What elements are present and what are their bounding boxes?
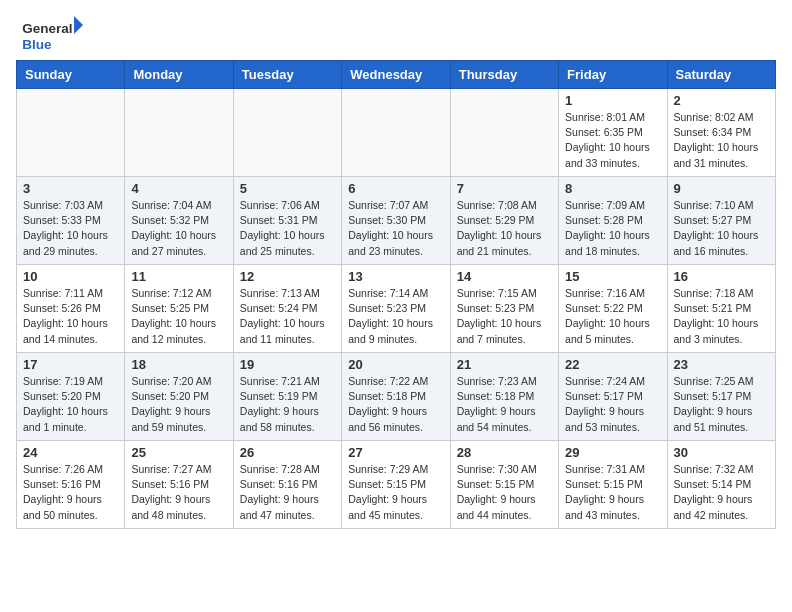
calendar-cell xyxy=(342,89,450,177)
day-info: Sunrise: 7:18 AM Sunset: 5:21 PM Dayligh… xyxy=(674,286,769,347)
calendar-cell: 30Sunrise: 7:32 AM Sunset: 5:14 PM Dayli… xyxy=(667,441,775,529)
day-info: Sunrise: 7:23 AM Sunset: 5:18 PM Dayligh… xyxy=(457,374,552,435)
day-info: Sunrise: 7:31 AM Sunset: 5:15 PM Dayligh… xyxy=(565,462,660,523)
day-info: Sunrise: 7:06 AM Sunset: 5:31 PM Dayligh… xyxy=(240,198,335,259)
day-number: 28 xyxy=(457,445,552,460)
calendar-cell: 6Sunrise: 7:07 AM Sunset: 5:30 PM Daylig… xyxy=(342,177,450,265)
calendar-cell: 16Sunrise: 7:18 AM Sunset: 5:21 PM Dayli… xyxy=(667,265,775,353)
calendar-week-1: 1Sunrise: 8:01 AM Sunset: 6:35 PM Daylig… xyxy=(17,89,776,177)
day-number: 12 xyxy=(240,269,335,284)
day-info: Sunrise: 8:02 AM Sunset: 6:34 PM Dayligh… xyxy=(674,110,769,171)
day-number: 22 xyxy=(565,357,660,372)
day-number: 10 xyxy=(23,269,118,284)
day-number: 18 xyxy=(131,357,226,372)
day-info: Sunrise: 7:29 AM Sunset: 5:15 PM Dayligh… xyxy=(348,462,443,523)
calendar-cell xyxy=(450,89,558,177)
day-number: 6 xyxy=(348,181,443,196)
calendar-cell: 29Sunrise: 7:31 AM Sunset: 5:15 PM Dayli… xyxy=(559,441,667,529)
day-info: Sunrise: 7:22 AM Sunset: 5:18 PM Dayligh… xyxy=(348,374,443,435)
svg-text:General: General xyxy=(22,21,72,36)
day-number: 7 xyxy=(457,181,552,196)
calendar-cell: 10Sunrise: 7:11 AM Sunset: 5:26 PM Dayli… xyxy=(17,265,125,353)
weekday-header-tuesday: Tuesday xyxy=(233,61,341,89)
calendar-cell: 3Sunrise: 7:03 AM Sunset: 5:33 PM Daylig… xyxy=(17,177,125,265)
calendar-cell: 7Sunrise: 7:08 AM Sunset: 5:29 PM Daylig… xyxy=(450,177,558,265)
day-number: 29 xyxy=(565,445,660,460)
day-number: 5 xyxy=(240,181,335,196)
calendar-week-2: 3Sunrise: 7:03 AM Sunset: 5:33 PM Daylig… xyxy=(17,177,776,265)
day-info: Sunrise: 7:08 AM Sunset: 5:29 PM Dayligh… xyxy=(457,198,552,259)
calendar-cell: 9Sunrise: 7:10 AM Sunset: 5:27 PM Daylig… xyxy=(667,177,775,265)
day-info: Sunrise: 7:27 AM Sunset: 5:16 PM Dayligh… xyxy=(131,462,226,523)
calendar-cell: 28Sunrise: 7:30 AM Sunset: 5:15 PM Dayli… xyxy=(450,441,558,529)
calendar-cell: 26Sunrise: 7:28 AM Sunset: 5:16 PM Dayli… xyxy=(233,441,341,529)
day-info: Sunrise: 7:24 AM Sunset: 5:17 PM Dayligh… xyxy=(565,374,660,435)
day-info: Sunrise: 7:15 AM Sunset: 5:23 PM Dayligh… xyxy=(457,286,552,347)
weekday-header-friday: Friday xyxy=(559,61,667,89)
calendar-cell xyxy=(125,89,233,177)
calendar-cell: 18Sunrise: 7:20 AM Sunset: 5:20 PM Dayli… xyxy=(125,353,233,441)
day-info: Sunrise: 7:25 AM Sunset: 5:17 PM Dayligh… xyxy=(674,374,769,435)
day-number: 24 xyxy=(23,445,118,460)
calendar-week-3: 10Sunrise: 7:11 AM Sunset: 5:26 PM Dayli… xyxy=(17,265,776,353)
day-number: 4 xyxy=(131,181,226,196)
calendar-cell xyxy=(17,89,125,177)
day-number: 1 xyxy=(565,93,660,108)
day-info: Sunrise: 7:16 AM Sunset: 5:22 PM Dayligh… xyxy=(565,286,660,347)
calendar-week-5: 24Sunrise: 7:26 AM Sunset: 5:16 PM Dayli… xyxy=(17,441,776,529)
day-info: Sunrise: 7:20 AM Sunset: 5:20 PM Dayligh… xyxy=(131,374,226,435)
day-number: 13 xyxy=(348,269,443,284)
calendar-cell: 19Sunrise: 7:21 AM Sunset: 5:19 PM Dayli… xyxy=(233,353,341,441)
day-number: 2 xyxy=(674,93,769,108)
day-info: Sunrise: 7:07 AM Sunset: 5:30 PM Dayligh… xyxy=(348,198,443,259)
calendar-cell: 12Sunrise: 7:13 AM Sunset: 5:24 PM Dayli… xyxy=(233,265,341,353)
logo-icon: GeneralBlue xyxy=(16,16,96,52)
svg-text:Blue: Blue xyxy=(22,37,52,52)
day-number: 11 xyxy=(131,269,226,284)
day-info: Sunrise: 7:03 AM Sunset: 5:33 PM Dayligh… xyxy=(23,198,118,259)
day-number: 14 xyxy=(457,269,552,284)
calendar-cell: 8Sunrise: 7:09 AM Sunset: 5:28 PM Daylig… xyxy=(559,177,667,265)
day-number: 3 xyxy=(23,181,118,196)
calendar-cell: 17Sunrise: 7:19 AM Sunset: 5:20 PM Dayli… xyxy=(17,353,125,441)
day-number: 25 xyxy=(131,445,226,460)
day-info: Sunrise: 7:19 AM Sunset: 5:20 PM Dayligh… xyxy=(23,374,118,435)
day-number: 21 xyxy=(457,357,552,372)
calendar-cell: 4Sunrise: 7:04 AM Sunset: 5:32 PM Daylig… xyxy=(125,177,233,265)
day-number: 27 xyxy=(348,445,443,460)
day-info: Sunrise: 7:21 AM Sunset: 5:19 PM Dayligh… xyxy=(240,374,335,435)
day-info: Sunrise: 7:12 AM Sunset: 5:25 PM Dayligh… xyxy=(131,286,226,347)
day-number: 8 xyxy=(565,181,660,196)
day-info: Sunrise: 7:11 AM Sunset: 5:26 PM Dayligh… xyxy=(23,286,118,347)
day-info: Sunrise: 7:14 AM Sunset: 5:23 PM Dayligh… xyxy=(348,286,443,347)
day-info: Sunrise: 8:01 AM Sunset: 6:35 PM Dayligh… xyxy=(565,110,660,171)
day-number: 23 xyxy=(674,357,769,372)
day-number: 15 xyxy=(565,269,660,284)
day-info: Sunrise: 7:28 AM Sunset: 5:16 PM Dayligh… xyxy=(240,462,335,523)
day-number: 16 xyxy=(674,269,769,284)
weekday-header-monday: Monday xyxy=(125,61,233,89)
day-number: 9 xyxy=(674,181,769,196)
calendar-cell: 27Sunrise: 7:29 AM Sunset: 5:15 PM Dayli… xyxy=(342,441,450,529)
calendar-cell: 13Sunrise: 7:14 AM Sunset: 5:23 PM Dayli… xyxy=(342,265,450,353)
day-number: 19 xyxy=(240,357,335,372)
weekday-header-row: SundayMondayTuesdayWednesdayThursdayFrid… xyxy=(17,61,776,89)
day-info: Sunrise: 7:32 AM Sunset: 5:14 PM Dayligh… xyxy=(674,462,769,523)
weekday-header-wednesday: Wednesday xyxy=(342,61,450,89)
day-number: 20 xyxy=(348,357,443,372)
calendar-cell: 15Sunrise: 7:16 AM Sunset: 5:22 PM Dayli… xyxy=(559,265,667,353)
calendar-cell xyxy=(233,89,341,177)
day-number: 26 xyxy=(240,445,335,460)
calendar-cell: 20Sunrise: 7:22 AM Sunset: 5:18 PM Dayli… xyxy=(342,353,450,441)
day-info: Sunrise: 7:13 AM Sunset: 5:24 PM Dayligh… xyxy=(240,286,335,347)
day-info: Sunrise: 7:26 AM Sunset: 5:16 PM Dayligh… xyxy=(23,462,118,523)
day-number: 30 xyxy=(674,445,769,460)
calendar-cell: 23Sunrise: 7:25 AM Sunset: 5:17 PM Dayli… xyxy=(667,353,775,441)
calendar-cell: 22Sunrise: 7:24 AM Sunset: 5:17 PM Dayli… xyxy=(559,353,667,441)
day-number: 17 xyxy=(23,357,118,372)
day-info: Sunrise: 7:09 AM Sunset: 5:28 PM Dayligh… xyxy=(565,198,660,259)
calendar-week-4: 17Sunrise: 7:19 AM Sunset: 5:20 PM Dayli… xyxy=(17,353,776,441)
weekday-header-thursday: Thursday xyxy=(450,61,558,89)
calendar-table: SundayMondayTuesdayWednesdayThursdayFrid… xyxy=(16,60,776,529)
day-info: Sunrise: 7:10 AM Sunset: 5:27 PM Dayligh… xyxy=(674,198,769,259)
